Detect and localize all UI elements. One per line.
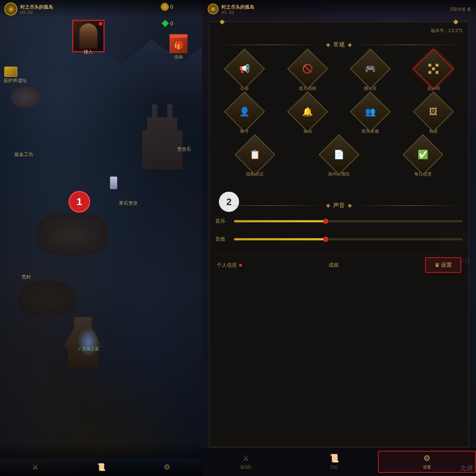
left-bottom-decor	[0, 444, 202, 458]
right-currency: 天际步道 0	[450, 6, 470, 12]
icon-account[interactable]: 👤 账号	[215, 97, 274, 134]
notification-dot	[99, 22, 102, 26]
qr-cell	[436, 71, 438, 74]
music-slider-thumb[interactable]	[323, 219, 328, 224]
village-marker: 荒村	[22, 274, 31, 280]
log-icon: 📜	[329, 454, 339, 463]
quality-diamond: 🖼	[413, 91, 454, 132]
divider-left	[215, 45, 323, 45]
settings-button[interactable]: ♛ 设置	[425, 257, 461, 273]
redeem-diamond	[413, 48, 454, 89]
gem-display: 0	[162, 20, 173, 27]
privacy-icon: 📋	[246, 146, 264, 164]
tab-return-team[interactable]: ⚔ 返回队	[202, 454, 290, 470]
icon-community[interactable]: 🎮 微社区	[341, 54, 400, 92]
right-location-coords: (42, 13)	[221, 10, 254, 14]
personal-info-item[interactable]: 个人信息	[217, 262, 242, 268]
diamond-sep-left	[326, 204, 330, 208]
right-top-label: 天际步道	[450, 6, 466, 12]
music-slider-row: 音乐	[215, 218, 463, 224]
terrain-rock	[11, 86, 40, 108]
announcement-icon: 📢	[235, 60, 254, 78]
sound-title-text: 声音	[333, 202, 345, 209]
icon-guide[interactable]: 🚫 提升指南	[278, 54, 337, 92]
settings-tab-label: 设置	[423, 464, 431, 470]
bottom-btn-1[interactable]: ⚔	[32, 463, 39, 471]
watermark: 九游	[459, 464, 472, 472]
announcement-diamond: 📢	[224, 48, 265, 89]
mail-envelope-icon	[4, 67, 17, 77]
map-icon[interactable]: ⊕	[4, 3, 17, 15]
icon-daily[interactable]: ✅ 每日进度	[383, 140, 463, 177]
icon-redeem[interactable]: 兑换码	[404, 54, 463, 92]
cs-diamond: 👥	[350, 91, 391, 132]
divider-left	[215, 205, 323, 206]
qr-cell	[436, 67, 438, 70]
left-panel: ⊕ 时之尽头的孤岛 (42, 13) 0 0 矮人 🎁 活动	[0, 0, 202, 476]
icon-quality[interactable]: 🖼 画质	[404, 97, 463, 134]
right-map-icon[interactable]: ⊕	[208, 4, 219, 14]
icon-notification[interactable]: 🔔 通知	[278, 97, 337, 134]
return-team-icon: ⚔	[242, 454, 250, 463]
divider-right	[355, 45, 463, 45]
activity-label: 活动	[174, 54, 183, 60]
mail-icon[interactable]	[4, 67, 17, 77]
character-portrait[interactable]	[72, 20, 105, 52]
terrain-ground	[0, 350, 202, 458]
settings-panel: 版本号：1.0.271 常规 📢 公告 🚫 提升指南	[209, 22, 469, 447]
forge-marker: 炼金工坊	[14, 151, 33, 158]
portrait-figure	[79, 23, 97, 49]
activity-button[interactable]: 🎁 活动	[166, 36, 191, 61]
sfx-slider-track[interactable]	[234, 238, 463, 240]
qr-cell	[428, 64, 431, 67]
icon-customer-service[interactable]: 👥 联系客服	[341, 97, 400, 134]
icon-preview[interactable]: 📄 新内容预告	[299, 140, 379, 177]
diamond-sep-right	[348, 43, 352, 47]
dwarf-label: 矮人	[72, 49, 105, 55]
qr-cell	[432, 64, 435, 67]
icon-row-1: 📢 公告 🚫 提升指南 🎮 微社区	[215, 54, 463, 92]
community-diamond: 🎮	[350, 48, 391, 89]
qr-cell	[432, 71, 435, 74]
activity-gift-icon: 🎁	[169, 37, 188, 53]
qr-cell	[428, 71, 431, 74]
right-panel: ⊕ 时之尽头的孤岛 (42, 13) 天际步道 0 破败 版本号：1.0.271…	[202, 0, 476, 476]
notification-diamond: 🔔	[287, 91, 328, 132]
bottom-btn-3[interactable]: ⚙	[164, 463, 170, 471]
personal-info-label: 个人信息	[217, 262, 237, 268]
step-1-indicator: 1	[69, 191, 90, 213]
version-label: 版本号：1.0.271	[215, 28, 463, 34]
general-title-text: 常规	[333, 41, 345, 49]
spacer	[215, 189, 463, 196]
checkmark-icon: ✓	[78, 347, 81, 352]
location-coords: (42, 13)	[20, 10, 53, 14]
currency-value: 0	[170, 4, 173, 10]
soul-marker: ✓ 灵魂之墓	[78, 346, 99, 352]
return-team-label: 返回队	[240, 464, 252, 470]
gem-icon	[162, 20, 169, 27]
icon-announcement[interactable]: 📢 公告	[215, 54, 274, 92]
sfx-slider-row: 音效	[215, 236, 463, 243]
bottom-tabs: ⚔ 返回队 📜 日志 ⚙ 设置	[202, 447, 476, 476]
achievement-item[interactable]: 成就	[329, 262, 339, 268]
icon-privacy[interactable]: 📋 隐私协议	[215, 140, 295, 177]
redeem-icon	[424, 60, 442, 78]
location-name: 时之尽头的孤岛	[20, 4, 53, 10]
music-label: 音乐	[215, 218, 230, 224]
settings-btn-label: 设置	[441, 262, 452, 268]
tab-log[interactable]: 📜 日志	[290, 454, 378, 470]
crown-icon: ♛	[435, 262, 440, 268]
terrain-village-bg	[18, 281, 76, 317]
sfx-slider-thumb[interactable]	[323, 237, 328, 242]
diamond-sep-left	[326, 43, 330, 47]
coin-icon	[161, 3, 169, 11]
location-info: 时之尽头的孤岛 (42, 13)	[20, 4, 53, 14]
left-top-bar: ⊕ 时之尽头的孤岛 (42, 13) 0	[0, 0, 202, 18]
shelter-marker: 庇护所遗址	[4, 77, 27, 84]
qr-code-icon	[428, 64, 438, 74]
portrait-inner	[73, 21, 103, 51]
bottom-btn-2[interactable]: 📜	[97, 463, 106, 471]
right-location-info: 时之尽头的孤岛 (42, 13)	[221, 4, 254, 14]
music-slider-track[interactable]	[234, 220, 463, 222]
bottom-bar-left: ⚔ 📜 ⚙	[0, 458, 202, 476]
